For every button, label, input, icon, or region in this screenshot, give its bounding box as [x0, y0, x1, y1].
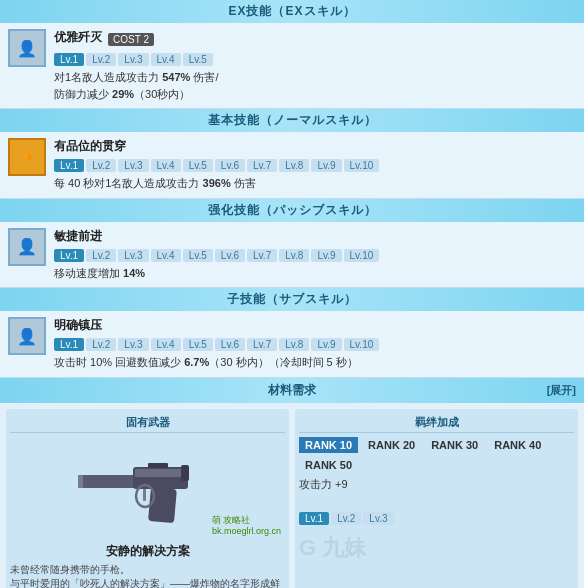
sub-level-4[interactable]: Lv.4 — [151, 338, 181, 351]
sub-skill-icon: 👤 — [8, 317, 46, 355]
normal-level-9[interactable]: Lv.9 — [311, 159, 341, 172]
ex-skill-header: EX技能（EXスキル） — [0, 0, 584, 23]
ex-level-2[interactable]: Lv.2 — [86, 53, 116, 66]
materials-body: 固有武器 — [0, 403, 584, 589]
rank-40[interactable]: RANK 40 — [488, 437, 547, 453]
weapon-column: 固有武器 — [6, 409, 289, 589]
normal-level-7[interactable]: Lv.7 — [247, 159, 277, 172]
weapon-desc: 未曾经常随身携带的手枪。 与平时爱用的「吵死人的解决方案」——爆炸物的名字形成鲜… — [10, 563, 285, 589]
ex-skill-info: 优雅歼灭 COST 2 Lv.1 Lv.2 Lv.3 Lv.4 Lv.5 对1名… — [54, 29, 576, 102]
sub-level-5[interactable]: Lv.5 — [183, 338, 213, 351]
passive-level-9[interactable]: Lv.9 — [311, 249, 341, 262]
passive-level-5[interactable]: Lv.5 — [183, 249, 213, 262]
passive-level-3[interactable]: Lv.3 — [118, 249, 148, 262]
passive-level-4[interactable]: Lv.4 — [151, 249, 181, 262]
rank-10[interactable]: RANK 10 — [299, 437, 358, 453]
sub-level-3[interactable]: Lv.3 — [118, 338, 148, 351]
materials-section: 材料需求 [展开] 固有武器 — [0, 378, 584, 589]
expand-button[interactable]: [展开] — [547, 383, 576, 398]
rank-50[interactable]: RANK 50 — [299, 457, 358, 473]
sub-level-7[interactable]: Lv.7 — [247, 338, 277, 351]
sub-skill-desc: 攻击时 10% 回避数值减少 6.7%（30 秒内）（冷却时间 5 秒） — [54, 354, 576, 371]
normal-skill-header: 基本技能（ノーマルスキル） — [0, 109, 584, 132]
passive-level-10[interactable]: Lv.10 — [344, 249, 380, 262]
ex-skill-icon: 👤 — [8, 29, 46, 67]
passive-skill-desc: 移动速度增加 14% — [54, 265, 576, 282]
passive-skill-icon: 👤 — [8, 228, 46, 266]
rank-grid: RANK 10 RANK 20 RANK 30 RANK 40 RANK 50 — [299, 437, 574, 473]
bond-column: 羁绊加成 RANK 10 RANK 20 RANK 30 RANK 40 RAN… — [295, 409, 578, 589]
normal-skill-name: 有品位的贯穿 — [54, 138, 576, 155]
sub-skill-section: 子技能（サブスキル） 👤 明确镇压 Lv.1 Lv.2 Lv.3 Lv.4 Lv… — [0, 288, 584, 378]
sub-level-6[interactable]: Lv.6 — [215, 338, 245, 351]
passive-level-8[interactable]: Lv.8 — [279, 249, 309, 262]
rank-30[interactable]: RANK 30 — [425, 437, 484, 453]
ex-level-3[interactable]: Lv.3 — [118, 53, 148, 66]
materials-header: 材料需求 [展开] — [0, 378, 584, 403]
sub-level-1[interactable]: Lv.1 — [54, 338, 84, 351]
normal-skill-icon: 🔸 — [8, 138, 46, 176]
sub-skill-levels: Lv.1 Lv.2 Lv.3 Lv.4 Lv.5 Lv.6 Lv.7 Lv.8 … — [54, 338, 576, 351]
skill-levels-right: Lv.1 Lv.2 Lv.3 — [299, 512, 574, 525]
skill-level-right-area: Lv.1 Lv.2 Lv.3 — [299, 512, 574, 525]
normal-level-2[interactable]: Lv.2 — [86, 159, 116, 172]
rank-20[interactable]: RANK 20 — [362, 437, 421, 453]
logo-text: G 九妹 — [299, 535, 366, 560]
ex-skill-cost: COST 2 — [108, 33, 154, 46]
sub-skill-info: 明确镇压 Lv.1 Lv.2 Lv.3 Lv.4 Lv.5 Lv.6 Lv.7 … — [54, 317, 576, 371]
watermark: 萌 攻略社 bk.moeglrl.org.cn — [212, 515, 281, 537]
weapon-col-header: 固有武器 — [10, 413, 285, 433]
normal-level-5[interactable]: Lv.5 — [183, 159, 213, 172]
ex-skill-name: 优雅歼灭 — [54, 29, 102, 46]
normal-skill-desc: 每 40 秒对1名敌人造成攻击力 396% 伤害 — [54, 175, 576, 192]
normal-level-6[interactable]: Lv.6 — [215, 159, 245, 172]
sub-skill-name: 明确镇压 — [54, 317, 576, 334]
passive-skill-header: 强化技能（パッシブスキル） — [0, 199, 584, 222]
sub-level-9[interactable]: Lv.9 — [311, 338, 341, 351]
ex-skill-desc: 对1名敌人造成攻击力 547% 伤害/防御力减少 29%（30秒内） — [54, 69, 576, 102]
passive-level-6[interactable]: Lv.6 — [215, 249, 245, 262]
sub-skill-header: 子技能（サブスキル） — [0, 288, 584, 311]
weapon-svg — [73, 443, 223, 533]
ex-skill-section: EX技能（EXスキル） 👤 优雅歼灭 COST 2 Lv.1 Lv.2 Lv.3… — [0, 0, 584, 109]
materials-header-text: 材料需求 — [268, 383, 316, 397]
logo-area: G 九妹 — [299, 533, 574, 563]
normal-level-1[interactable]: Lv.1 — [54, 159, 84, 172]
passive-skill-name: 敏捷前进 — [54, 228, 576, 245]
sub-level-8[interactable]: Lv.8 — [279, 338, 309, 351]
ex-level-4[interactable]: Lv.4 — [151, 53, 181, 66]
normal-level-8[interactable]: Lv.8 — [279, 159, 309, 172]
passive-level-1[interactable]: Lv.1 — [54, 249, 84, 262]
skill-right-lv2[interactable]: Lv.2 — [331, 512, 361, 525]
passive-skill-section: 强化技能（パッシブスキル） 👤 敏捷前进 Lv.1 Lv.2 Lv.3 Lv.4… — [0, 199, 584, 289]
normal-skill-levels: Lv.1 Lv.2 Lv.3 Lv.4 Lv.5 Lv.6 Lv.7 Lv.8 … — [54, 159, 576, 172]
passive-skill-info: 敏捷前进 Lv.1 Lv.2 Lv.3 Lv.4 Lv.5 Lv.6 Lv.7 … — [54, 228, 576, 282]
ex-level-5[interactable]: Lv.5 — [183, 53, 213, 66]
sub-level-2[interactable]: Lv.2 — [86, 338, 116, 351]
svg-rect-4 — [181, 465, 189, 481]
weapon-image-area: 萌 攻略社 bk.moeglrl.org.cn — [10, 437, 285, 539]
ex-level-1[interactable]: Lv.1 — [54, 53, 84, 66]
normal-skill-section: 基本技能（ノーマルスキル） 🔸 有品位的贯穿 Lv.1 Lv.2 Lv.3 Lv… — [0, 109, 584, 199]
normal-level-3[interactable]: Lv.3 — [118, 159, 148, 172]
passive-level-7[interactable]: Lv.7 — [247, 249, 277, 262]
svg-rect-7 — [143, 489, 146, 501]
sub-level-10[interactable]: Lv.10 — [344, 338, 380, 351]
normal-level-10[interactable]: Lv.10 — [344, 159, 380, 172]
skill-right-lv1[interactable]: Lv.1 — [299, 512, 329, 525]
normal-level-4[interactable]: Lv.4 — [151, 159, 181, 172]
materials-columns: 固有武器 — [6, 409, 578, 589]
svg-rect-1 — [78, 475, 83, 488]
rank-bonus: 攻击力 +9 — [299, 477, 574, 492]
svg-rect-8 — [148, 463, 168, 468]
svg-rect-3 — [135, 469, 185, 477]
weapon-name: 安静的解决方案 — [10, 543, 285, 560]
normal-skill-info: 有品位的贯穿 Lv.1 Lv.2 Lv.3 Lv.4 Lv.5 Lv.6 Lv.… — [54, 138, 576, 192]
bond-col-header: 羁绊加成 — [299, 413, 574, 433]
skill-right-lv3[interactable]: Lv.3 — [363, 512, 393, 525]
passive-level-2[interactable]: Lv.2 — [86, 249, 116, 262]
passive-skill-levels: Lv.1 Lv.2 Lv.3 Lv.4 Lv.5 Lv.6 Lv.7 Lv.8 … — [54, 249, 576, 262]
ex-skill-levels: Lv.1 Lv.2 Lv.3 Lv.4 Lv.5 — [54, 53, 576, 66]
